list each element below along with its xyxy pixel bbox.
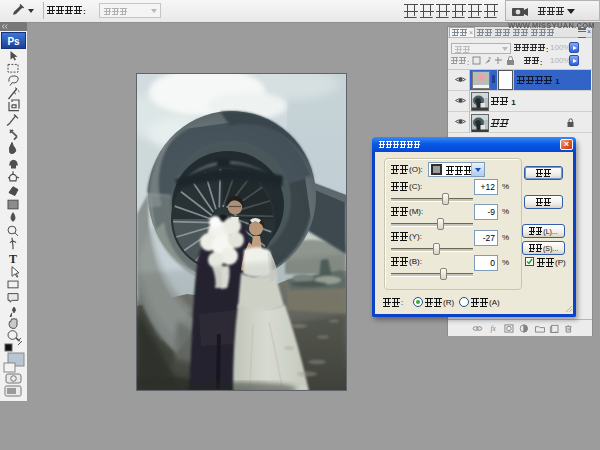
svg-text:fx: fx (491, 325, 497, 333)
svg-text:T: T (9, 253, 17, 266)
